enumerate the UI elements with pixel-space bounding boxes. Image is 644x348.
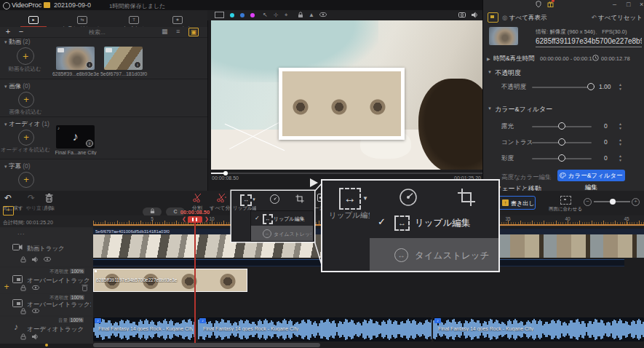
section-video-header[interactable]: ▾ 動画 (2)	[4, 38, 201, 47]
collapse-icon[interactable]: ▼	[488, 106, 492, 111]
lock-icon[interactable]	[20, 285, 26, 291]
audio-clip-2[interactable]: ♪ Final Fantasy 14 goes Rock - Kugane Ci…	[198, 317, 432, 341]
import-image-button[interactable]: +	[18, 92, 34, 108]
preview-seekbar[interactable]	[211, 173, 482, 174]
section-image-header[interactable]: ▾ 画像 (0)	[4, 82, 201, 91]
speaker-icon[interactable]	[472, 12, 478, 18]
show-all-button[interactable]: ◎ すべて再表示	[502, 14, 553, 23]
audio-clip-3[interactable]: ♪ Final Fantasy 14 goes Rock - Kugane Ci…	[433, 317, 644, 341]
mask-icon[interactable]: ▲	[309, 12, 314, 19]
tab-media[interactable]: ▸ メディア	[10, 11, 57, 27]
move-tool-icon[interactable]: ⊹	[274, 12, 279, 19]
clip-settings-icon[interactable]	[488, 12, 498, 23]
blue-marker-icon[interactable]	[240, 13, 245, 17]
remove-media-button[interactable]: −	[16, 27, 26, 36]
panel-toggle-icon[interactable]: ▣	[188, 28, 199, 36]
undo-button[interactable]: ↶	[4, 193, 12, 203]
saturation-slider-handle[interactable]	[558, 154, 565, 162]
minimize-button[interactable]: –	[613, 1, 616, 9]
fit-to-screen-button[interactable]	[560, 196, 571, 205]
chevron-down-icon[interactable]: ▼	[362, 195, 368, 202]
track-menu-button[interactable]: ...	[17, 229, 25, 236]
picture-in-picture-overlay[interactable]	[279, 68, 405, 140]
scale-icon[interactable]	[215, 12, 224, 20]
media-thumbnail-audio[interactable]: ♪ ♪ i	[56, 125, 95, 149]
playhead-handle[interactable]	[188, 216, 202, 223]
magenta-marker-icon[interactable]	[250, 13, 255, 17]
close-button[interactable]: ×	[640, 1, 643, 9]
split-all-button[interactable]	[217, 193, 226, 202]
grid-view-icon[interactable]: ▦	[162, 28, 168, 36]
eye-icon[interactable]	[44, 256, 51, 262]
saturation-stepper[interactable]: ▲▼	[617, 154, 624, 162]
exposure-slider-handle[interactable]	[558, 122, 565, 130]
tab-title[interactable]: T タイトル	[111, 11, 157, 27]
collapse-icon[interactable]: ▼	[488, 70, 492, 74]
play-button[interactable]	[310, 178, 318, 187]
shield-icon[interactable]	[536, 1, 541, 7]
redo-button[interactable]: ↷	[28, 193, 35, 203]
reset-all-button[interactable]: ↶ すべてリセット	[590, 14, 643, 23]
tab-effect[interactable]: ★ エフェクト	[154, 11, 201, 27]
trim-right-icon[interactable]: ❯	[204, 216, 209, 222]
add-track-icon[interactable]: +	[3, 206, 14, 215]
speaker-icon[interactable]	[32, 256, 39, 263]
crop-icon[interactable]	[295, 194, 304, 203]
timeline-scrollbar[interactable]	[93, 343, 320, 347]
overlay-clip-selected[interactable]: 6285ff391197e34b5700e227e8b93e3e	[93, 269, 247, 292]
lock-icon[interactable]	[20, 256, 26, 263]
opacity-slider-handle[interactable]	[587, 83, 595, 90]
snapshot-camera-icon[interactable]	[458, 12, 466, 17]
lock-icon[interactable]	[20, 308, 26, 315]
crop-icon[interactable]	[457, 188, 476, 207]
speed-icon[interactable]	[270, 194, 279, 204]
opacity-slider[interactable]	[532, 87, 592, 88]
lock-icon[interactable]	[298, 12, 303, 18]
exposure-stepper[interactable]: ▲▼	[617, 122, 624, 130]
select-tool-icon[interactable]: ↖	[263, 12, 268, 19]
speaker-icon[interactable]	[32, 333, 39, 340]
add-overlay-track-button[interactable]: +	[2, 282, 11, 291]
eye-icon[interactable]	[319, 12, 327, 17]
expand-icon[interactable]: ▶	[487, 56, 490, 61]
trash-icon[interactable]	[82, 284, 88, 291]
delete-button[interactable]	[45, 194, 53, 202]
color-filter-edit-button[interactable]: カラー&フィルター編集	[557, 170, 625, 181]
menu-item-time-stretch[interactable]: ↔ タイムストレッチ	[370, 238, 498, 271]
track-header-video[interactable]: ... 動画トラック	[0, 229, 93, 266]
ripple-edit-icon[interactable]: ↔	[240, 194, 252, 206]
track-header-audio[interactable]: 音量 100% ♪ オーディオトラック	[0, 317, 93, 342]
lock-icon[interactable]	[20, 333, 26, 340]
gift-icon[interactable]	[547, 1, 554, 7]
section-audio-header[interactable]: ▾ オーディオ (1)	[4, 120, 201, 129]
preview-canvas[interactable]	[211, 20, 482, 170]
eye-icon[interactable]	[32, 308, 39, 314]
clip-handle[interactable]	[95, 270, 97, 272]
media-thumbnail-video-1[interactable]: i	[56, 47, 95, 70]
list-view-icon[interactable]: ≡	[176, 28, 180, 36]
split-button[interactable]	[193, 193, 202, 202]
opacity-stepper[interactable]: ▲▼	[617, 82, 624, 91]
import-audio-button[interactable]: +	[18, 130, 34, 146]
track-header-overlay[interactable]: 不透明度 100% オーバーレイトラック	[0, 268, 93, 293]
cyan-marker-icon[interactable]	[230, 13, 234, 17]
app-brand[interactable]: VideoProc ▾	[12, 1, 46, 9]
contrast-stepper[interactable]: ▲▼	[617, 138, 624, 146]
clip-name-field[interactable]: 6285ff391197e34b5700e227e8b9	[536, 37, 642, 47]
maximize-button[interactable]: □	[627, 1, 630, 9]
chevron-down-icon[interactable]: ▼	[252, 197, 256, 202]
zoom-in-button[interactable]: +	[632, 198, 640, 206]
playhead-line[interactable]	[194, 220, 196, 344]
zoom-slider-handle[interactable]	[610, 199, 616, 205]
contrast-slider-handle[interactable]	[558, 138, 565, 146]
media-thumbnail-video-2[interactable]: i	[104, 47, 143, 70]
menu-item-ripple-edit[interactable]: ✓ ↔ リップル編集	[251, 211, 313, 226]
zoom-out-button[interactable]: −	[584, 198, 592, 206]
eye-icon[interactable]	[32, 285, 39, 290]
trim-left-icon[interactable]: ❮	[182, 216, 186, 222]
import-video-button[interactable]: +	[17, 47, 34, 65]
audio-clip-1[interactable]: ♪ Final Fantasy 14 goes Rock - Kugane Ci…	[93, 317, 196, 341]
add-media-button[interactable]: +	[3, 27, 13, 36]
export-button[interactable]: ↑ 書き出し	[498, 196, 536, 210]
speed-icon[interactable]	[399, 188, 418, 207]
